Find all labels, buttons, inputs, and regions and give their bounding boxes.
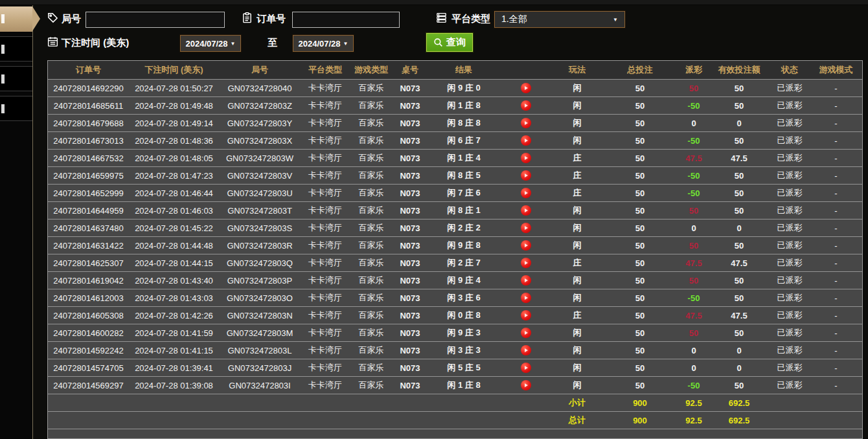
cell-valid-bet: 50 — [710, 293, 768, 303]
cell-result: 闲 2 庄 2 — [428, 222, 500, 234]
sidebar-tab[interactable] — [0, 96, 32, 121]
cell-play-type: 庄 — [552, 152, 602, 164]
cell-result: 闲 9 庄 4 — [428, 275, 500, 286]
cell-game-type: 百家乐 — [350, 310, 393, 321]
play-icon[interactable] — [521, 345, 531, 355]
play-icon[interactable] — [521, 328, 531, 338]
cell-mode: - — [811, 136, 861, 146]
play-icon[interactable] — [521, 380, 531, 390]
col-header-valid-bet: 有效投注额 — [710, 64, 768, 76]
play-icon[interactable] — [521, 275, 531, 286]
cell-play-type: 闲 — [552, 344, 602, 356]
cell-result: 闲 1 庄 8 — [428, 379, 500, 391]
play-icon[interactable] — [521, 205, 531, 216]
cell-result: 闲 1 庄 8 — [428, 100, 500, 111]
play-icon[interactable] — [521, 83, 531, 93]
table-row: 240728014592242 2024-07-28 01:41:15 GN07… — [48, 341, 862, 359]
play-icon[interactable] — [521, 363, 531, 373]
sidebar-tab-label-fragment — [1, 104, 5, 113]
cell-game-type: 百家乐 — [350, 117, 393, 129]
payout-cell: 47.5 — [678, 153, 710, 163]
cell-table-no: N073 — [393, 258, 428, 268]
cell-game-no: GN0732472803X — [219, 136, 301, 146]
top-strip — [0, 0, 868, 5]
play-icon[interactable] — [521, 100, 531, 111]
play-icon[interactable] — [521, 310, 531, 321]
subtotal-valid-bet: 692.5 — [710, 398, 768, 408]
cell-mode: - — [811, 258, 861, 268]
cell-game-type: 百家乐 — [350, 222, 393, 234]
col-header-game-no: 局号 — [219, 64, 301, 76]
cell-play-type: 闲 — [552, 292, 602, 304]
cell-play-type: 闲 — [552, 327, 602, 339]
cell-platform: 卡卡湾厅 — [301, 257, 350, 269]
cell-bet-time: 2024-07-28 01:46:03 — [129, 206, 219, 216]
bet-time-label: 下注时间 (美东) — [62, 37, 129, 49]
cell-mode: - — [811, 101, 861, 111]
table-row: 240728014659975 2024-07-28 01:47:23 GN07… — [48, 166, 862, 184]
cell-mode: - — [811, 293, 861, 303]
cell-game-type: 百家乐 — [350, 379, 393, 391]
cell-game-no: GN0732472803T — [219, 206, 301, 216]
sidebar-tab-active[interactable] — [0, 6, 32, 32]
sidebar-tab-label-fragment — [1, 74, 5, 84]
play-icon[interactable] — [521, 293, 531, 303]
cell-platform: 卡卡湾厅 — [301, 135, 350, 146]
cell-platform: 卡卡湾厅 — [301, 310, 350, 321]
status-badge: 已派彩 — [768, 344, 811, 356]
cell-game-type: 百家乐 — [350, 275, 393, 286]
cell-order: 240728014692290 — [48, 84, 129, 93]
sidebar-tab[interactable] — [0, 66, 32, 91]
play-icon[interactable] — [521, 118, 531, 128]
date-to-select[interactable]: 2024/07/28▼ — [293, 35, 354, 52]
play-icon[interactable] — [521, 258, 531, 268]
cell-bet-time: 2024-07-28 01:44:15 — [129, 258, 219, 268]
cell-valid-bet: 50 — [710, 328, 768, 338]
table-row: 240728014692290 2024-07-28 01:50:27 GN07… — [48, 79, 862, 96]
table-filler-row — [48, 429, 862, 438]
cell-mode: - — [811, 153, 861, 163]
cell-order: 240728014637480 — [48, 223, 129, 233]
total-total-bet: 900 — [602, 416, 678, 425]
cell-valid-bet: 50 — [710, 171, 768, 181]
cell-game-type: 百家乐 — [350, 344, 393, 356]
cell-valid-bet: 50 — [710, 206, 768, 216]
cell-platform: 卡卡湾厅 — [301, 240, 350, 251]
date-from-select[interactable]: 2024/07/28▼ — [180, 35, 241, 52]
table-row: 240728014652999 2024-07-28 01:46:44 GN07… — [48, 184, 862, 201]
play-icon[interactable] — [521, 188, 531, 198]
order-no-input[interactable] — [292, 12, 400, 28]
play-icon[interactable] — [521, 223, 531, 233]
cell-platform: 卡卡湾厅 — [301, 152, 350, 164]
sidebar-tab[interactable] — [0, 36, 32, 62]
cell-result: 闲 2 庄 7 — [428, 257, 500, 269]
play-icon[interactable] — [521, 153, 531, 163]
cell-order: 240728014569297 — [48, 381, 129, 390]
game-no-input[interactable] — [86, 12, 225, 28]
cell-order: 240728014679688 — [48, 118, 129, 128]
play-icon[interactable] — [521, 135, 531, 146]
play-icon[interactable] — [521, 240, 531, 251]
cell-action — [500, 205, 552, 216]
cell-game-no: GN07324728040 — [219, 84, 301, 93]
cell-table-no: N073 — [393, 101, 428, 111]
cell-bet-time: 2024-07-28 01:49:14 — [129, 118, 219, 128]
cell-game-no: GN0732472803I — [219, 381, 301, 390]
status-badge: 已派彩 — [768, 379, 811, 391]
cell-order: 240728014685611 — [48, 101, 129, 111]
cell-platform: 卡卡湾厅 — [301, 344, 350, 356]
status-badge: 已派彩 — [768, 100, 811, 111]
cell-result: 闲 8 庄 1 — [428, 205, 500, 216]
query-button[interactable]: 查询 — [426, 33, 473, 52]
chevron-down-icon: ▼ — [231, 41, 236, 47]
total-valid-bet: 692.5 — [710, 416, 768, 425]
table-row: 240728014685611 2024-07-28 01:49:48 GN07… — [48, 96, 862, 114]
platform-type-select[interactable]: 1.全部 ▼ — [494, 11, 625, 28]
cell-result: 闲 9 庄 0 — [428, 82, 500, 94]
table-row: 240728014619042 2024-07-28 01:43:40 GN07… — [48, 271, 862, 289]
play-icon[interactable] — [521, 170, 531, 181]
col-header-total-bet: 总投注 — [602, 64, 678, 76]
cell-result: 闲 0 庄 8 — [428, 310, 500, 321]
cell-order: 240728014631422 — [48, 241, 129, 251]
table-row: 240728014600282 2024-07-28 01:41:59 GN07… — [48, 324, 862, 341]
